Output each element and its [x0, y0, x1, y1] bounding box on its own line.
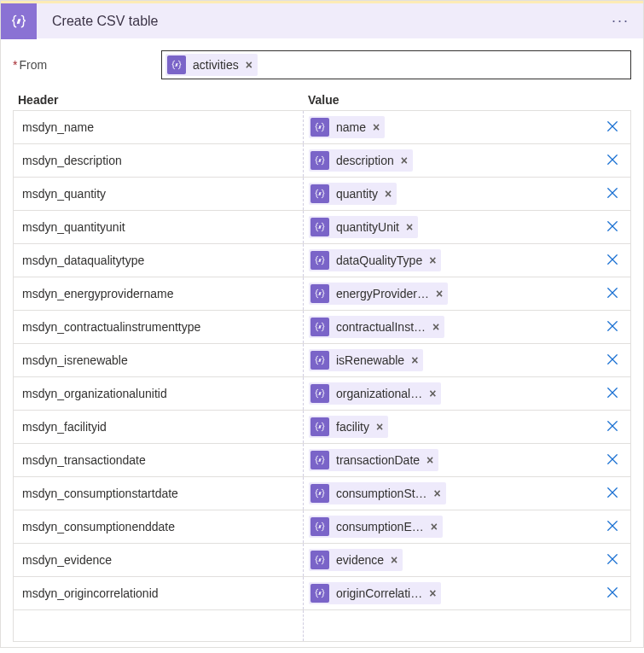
value-token-label: consumptionE… [336, 520, 424, 533]
header-cell[interactable]: msdyn_consumptionstartdate [14, 477, 304, 510]
value-token-remove[interactable]: × [432, 320, 439, 334]
value-token-label: description [336, 154, 394, 167]
header-column-label: Header [18, 93, 308, 107]
value-token-remove[interactable]: × [426, 453, 433, 467]
delete-row-button[interactable] [605, 585, 622, 602]
value-token-remove[interactable]: × [376, 420, 383, 434]
value-token-remove[interactable]: × [429, 586, 436, 600]
value-token-remove[interactable]: × [434, 487, 441, 500]
header-cell[interactable]: msdyn_name [14, 111, 304, 143]
header-cell[interactable]: msdyn_origincorrelationid [14, 577, 304, 609]
header-cell[interactable]: msdyn_description [14, 144, 304, 177]
value-token[interactable]: consumptionE… × [309, 516, 443, 538]
delete-row-button[interactable] [605, 352, 622, 369]
expression-icon [310, 318, 329, 336]
delete-row-button[interactable] [605, 285, 622, 302]
header-cell[interactable]: msdyn_facilityid [14, 411, 304, 443]
value-token-remove[interactable]: × [401, 154, 408, 167]
header-cell[interactable]: msdyn_energyprovidername [14, 277, 304, 310]
delete-row-button[interactable] [605, 385, 622, 402]
value-cell[interactable]: transactionDate × [304, 444, 596, 476]
value-cell[interactable]: originCorrelati… × [304, 577, 596, 609]
header-cell[interactable]: msdyn_isrenewable [14, 344, 304, 376]
header-text: msdyn_quantityunit [22, 220, 125, 234]
value-cell[interactable]: isRenewable × [304, 344, 596, 376]
mapping-row: msdyn_consumptionenddate consumptionE… × [14, 510, 630, 544]
value-token-remove[interactable]: × [429, 254, 436, 267]
value-token[interactable]: facility × [309, 416, 388, 438]
header-cell[interactable]: msdyn_quantityunit [14, 211, 304, 243]
mapping-row: msdyn_energyprovidername energyProvider…… [14, 277, 630, 311]
delete-row-button[interactable] [605, 152, 622, 169]
from-input[interactable]: activities × [161, 50, 631, 79]
value-token[interactable]: dataQualityType × [309, 249, 441, 271]
value-token-remove[interactable]: × [436, 287, 443, 300]
delete-row-button[interactable] [605, 452, 622, 469]
mapping-row: msdyn_contractualinstrumenttype contract… [14, 311, 630, 344]
value-cell[interactable] [304, 610, 596, 641]
value-token[interactable]: quantity × [309, 183, 397, 205]
row-delete-cell [596, 377, 630, 410]
value-token[interactable]: transactionDate × [309, 449, 438, 471]
header-cell[interactable]: msdyn_organizationalunitid [14, 377, 304, 410]
value-token-remove[interactable]: × [406, 220, 413, 234]
header-cell[interactable]: msdyn_dataqualitytype [14, 244, 304, 277]
value-token-remove[interactable]: × [431, 520, 438, 533]
value-cell[interactable]: contractualInst… × [304, 311, 596, 343]
header-cell[interactable]: msdyn_evidence [14, 544, 304, 576]
delete-row-button[interactable] [605, 518, 622, 535]
mapping-row: msdyn_evidence evidence × [14, 544, 630, 577]
value-cell[interactable]: energyProvider… × [304, 277, 596, 310]
value-token[interactable]: consumptionSt… × [309, 482, 446, 504]
value-cell[interactable]: organizational… × [304, 377, 596, 410]
delete-row-button[interactable] [605, 418, 622, 435]
delete-row-button[interactable] [605, 318, 622, 335]
value-token-remove[interactable]: × [391, 553, 397, 567]
value-cell[interactable]: facility × [304, 411, 596, 443]
value-cell[interactable]: consumptionSt… × [304, 477, 596, 510]
delete-row-button[interactable] [605, 185, 622, 202]
value-token[interactable]: name × [309, 116, 385, 138]
value-token[interactable]: originCorrelati… × [309, 582, 441, 604]
from-token-remove[interactable]: × [246, 58, 252, 72]
action-header[interactable]: Create CSV table ··· [1, 1, 643, 38]
value-cell[interactable]: quantity × [304, 178, 596, 210]
from-token[interactable]: activities × [165, 54, 258, 76]
header-cell[interactable]: msdyn_transactiondate [14, 444, 304, 476]
delete-row-button[interactable] [605, 219, 622, 236]
value-token[interactable]: organizational… × [309, 382, 441, 405]
value-cell[interactable]: name × [304, 111, 596, 143]
value-cell[interactable]: description × [304, 144, 596, 177]
delete-row-button[interactable] [605, 485, 622, 502]
value-cell[interactable]: consumptionE… × [304, 510, 596, 543]
action-menu-button[interactable]: ··· [606, 9, 635, 33]
value-cell[interactable]: dataQualityType × [304, 244, 596, 277]
value-token[interactable]: energyProvider… × [309, 283, 448, 305]
mapping-row: msdyn_facilityid facility × [14, 411, 630, 444]
delete-row-button[interactable] [605, 252, 622, 269]
header-text: msdyn_energyprovidername [22, 287, 173, 300]
value-token-remove[interactable]: × [429, 387, 436, 400]
value-cell[interactable]: quantityUnit × [304, 211, 596, 243]
mapping-row: msdyn_quantity quantity × [14, 178, 630, 211]
value-token[interactable]: quantityUnit × [309, 216, 418, 238]
expression-icon [310, 451, 329, 469]
value-cell[interactable]: evidence × [304, 544, 596, 576]
value-token-remove[interactable]: × [411, 353, 418, 367]
header-cell[interactable] [14, 610, 304, 641]
header-text: msdyn_facilityid [22, 420, 107, 434]
row-delete-cell [596, 577, 630, 609]
value-token[interactable]: evidence × [309, 549, 403, 571]
value-token[interactable]: isRenewable × [309, 349, 423, 371]
expression-icon [310, 484, 329, 503]
header-cell[interactable]: msdyn_consumptionenddate [14, 510, 304, 543]
mapping-row: msdyn_quantityunit quantityUnit × [14, 211, 630, 244]
delete-row-button[interactable] [605, 551, 622, 568]
header-cell[interactable]: msdyn_quantity [14, 178, 304, 210]
header-cell[interactable]: msdyn_contractualinstrumenttype [14, 311, 304, 343]
delete-row-button[interactable] [605, 119, 622, 136]
value-token-remove[interactable]: × [373, 120, 380, 134]
value-token[interactable]: contractualInst… × [309, 316, 444, 338]
value-token[interactable]: description × [309, 149, 413, 172]
value-token-remove[interactable]: × [385, 187, 392, 201]
